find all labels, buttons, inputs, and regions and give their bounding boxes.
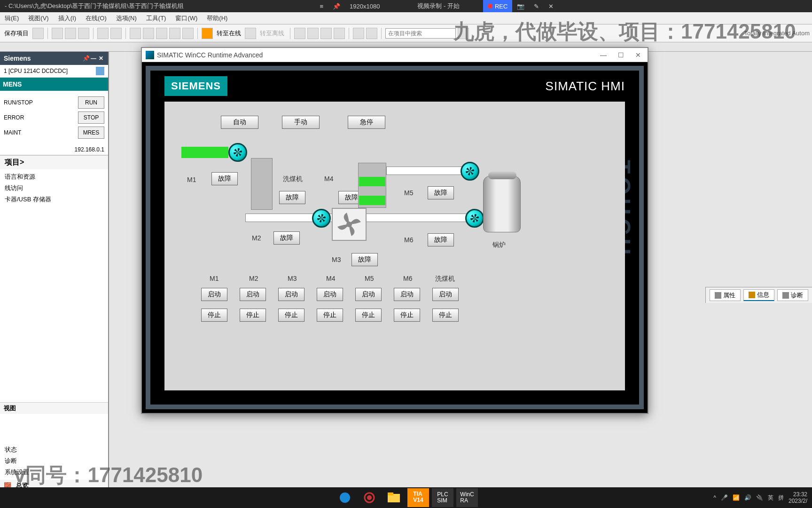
download-icon[interactable] [143, 28, 154, 39]
menu-view[interactable]: 视图(V) [23, 14, 53, 23]
washer-start-button[interactable]: 启动 [432, 288, 459, 301]
go-online-button[interactable]: 转至在线 [215, 29, 243, 38]
compile-icon[interactable] [130, 28, 141, 39]
tray-clock[interactable]: 23:32 2023/2/ [789, 491, 807, 504]
undo-icon[interactable] [97, 28, 109, 39]
tool-icon-6[interactable] [366, 28, 377, 39]
tree-item-access[interactable]: 线访问 [0, 183, 108, 194]
m5-stop-button[interactable]: 停止 [355, 309, 382, 322]
tree-item-card[interactable]: 卡器/USB 存储器 [0, 194, 108, 205]
camera-icon[interactable]: 📷 [512, 0, 529, 12]
copy-icon[interactable] [65, 28, 76, 39]
search-icon[interactable] [458, 28, 469, 39]
window-titlebar[interactable]: SIMATIC WinCC Runtime Advanced — ☐ ✕ [142, 48, 648, 62]
m3-start-button[interactable]: 启动 [278, 288, 304, 301]
m6-fault-button[interactable]: 故障 [428, 233, 454, 246]
record-button[interactable]: REC [483, 0, 512, 12]
sidebar-min-icon[interactable]: — [90, 55, 97, 62]
m2-fault-button[interactable]: 故障 [273, 231, 300, 245]
upload-icon[interactable] [156, 28, 167, 39]
tab-info[interactable]: 信息 [743, 289, 774, 301]
tray-power-icon[interactable]: 🔌 [756, 494, 763, 501]
disconnect-icon[interactable] [245, 28, 256, 39]
m6-stop-button[interactable]: 停止 [394, 309, 420, 322]
m1-stop-button[interactable]: 停止 [201, 309, 227, 322]
m5-start-button[interactable]: 启动 [355, 288, 382, 301]
menu-icon[interactable]: ≡ [315, 0, 328, 12]
save-project-button[interactable]: 保存项目 [2, 29, 31, 38]
tab-properties[interactable]: 属性 [710, 289, 741, 301]
auto-button[interactable]: 自动 [221, 116, 258, 129]
tray-wifi-icon[interactable]: 📶 [733, 494, 740, 501]
tool-icon-4[interactable] [334, 28, 345, 39]
tb-plcsim-icon[interactable]: PLC SIM [432, 488, 453, 507]
tree-item-lang[interactable]: 语言和资源 [0, 171, 108, 183]
washer-fault-button[interactable]: 故障 [279, 191, 305, 204]
tray-ime1[interactable]: 英 [768, 494, 773, 502]
sidebar-close-icon[interactable]: ✕ [98, 55, 104, 62]
tb-wincc-icon[interactable]: WinC RA [456, 488, 478, 507]
m3-stop-button[interactable]: 停止 [278, 309, 304, 322]
menu-tools[interactable]: 工具(T) [141, 14, 171, 23]
tray-ime2[interactable]: 拼 [778, 494, 784, 502]
m4-start-button[interactable]: 启动 [317, 288, 343, 301]
flag-icon[interactable] [202, 28, 213, 39]
project-tree-header[interactable]: 项目> [0, 155, 108, 169]
save-icon[interactable] [32, 28, 44, 39]
stop-button[interactable]: STOP [78, 111, 104, 124]
run-button[interactable]: RUN [78, 96, 104, 109]
close-recorder-icon[interactable]: ✕ [544, 0, 558, 12]
tb-explorer-icon[interactable] [383, 488, 405, 507]
window-close-icon[interactable]: ✕ [632, 51, 644, 59]
col-m4: M4 [326, 275, 335, 282]
plc-device-row[interactable]: 1 [CPU 1214C DCDCDC] [0, 65, 108, 78]
m5-fault-button[interactable]: 故障 [428, 186, 454, 199]
sidebar-pin-icon[interactable]: 📌 [83, 55, 89, 62]
menu-help[interactable]: 帮助(H) [202, 14, 232, 23]
tray-vol-icon[interactable]: 🔊 [744, 494, 751, 501]
btm-item-sys[interactable]: 系统设置 [0, 467, 108, 478]
m3-fault-button[interactable]: 故障 [351, 253, 378, 266]
window-max-icon[interactable]: ☐ [615, 51, 627, 59]
project-search-input[interactable] [385, 28, 456, 39]
estop-button[interactable]: 急停 [348, 116, 385, 129]
m1-start-button[interactable]: 启动 [201, 288, 227, 301]
pencil-icon[interactable]: ✎ [529, 0, 544, 12]
menu-insert[interactable]: 插入(I) [54, 14, 81, 23]
sim-icon[interactable] [169, 28, 180, 39]
tray-mic-icon[interactable]: 🎤 [721, 494, 728, 501]
m2-label: M2 [252, 234, 261, 242]
menu-window[interactable]: 窗口(W) [171, 14, 202, 23]
sidebar-title: Siemens [4, 55, 31, 62]
redo-icon[interactable] [110, 28, 122, 39]
run-icon[interactable] [182, 28, 194, 39]
menu-bar: 辑(E) 视图(V) 插入(I) 在线(O) 选项(N) 工具(T) 窗口(W)… [0, 12, 812, 24]
btm-item-diag[interactable]: 诊断 [0, 455, 108, 467]
manual-button[interactable]: 手动 [282, 116, 320, 129]
m4-stop-button[interactable]: 停止 [317, 309, 343, 322]
tray-up-icon[interactable]: ^ [713, 494, 716, 501]
mres-button[interactable]: MRES [78, 127, 104, 139]
cut-icon[interactable] [52, 28, 63, 39]
tab-diag[interactable]: 诊断 [777, 289, 808, 301]
tb-record-icon[interactable] [359, 488, 380, 507]
pin-icon[interactable]: 📌 [328, 0, 345, 12]
tool-icon-2[interactable] [307, 28, 319, 39]
menu-options[interactable]: 选项(N) [111, 14, 141, 23]
paste-icon[interactable] [78, 28, 89, 39]
washer-stop-button[interactable]: 停止 [432, 309, 459, 322]
btm-item-state[interactable]: 状态 [0, 444, 108, 455]
menu-online[interactable]: 在线(O) [81, 14, 111, 23]
m6-start-button[interactable]: 启动 [394, 288, 420, 301]
m3-label: M3 [332, 256, 341, 263]
m2-start-button[interactable]: 启动 [240, 288, 266, 301]
tb-edge-icon[interactable] [334, 488, 356, 507]
tool-icon-1[interactable] [294, 28, 305, 39]
tb-tia-icon[interactable]: TIA V14 [407, 488, 429, 507]
m1-fault-button[interactable]: 故障 [211, 172, 238, 185]
menu-edit[interactable]: 辑(E) [0, 14, 23, 23]
window-min-icon[interactable]: — [597, 51, 609, 59]
m2-stop-button[interactable]: 停止 [240, 309, 266, 322]
tool-icon-5[interactable] [353, 28, 364, 39]
tool-icon-3[interactable] [320, 28, 332, 39]
